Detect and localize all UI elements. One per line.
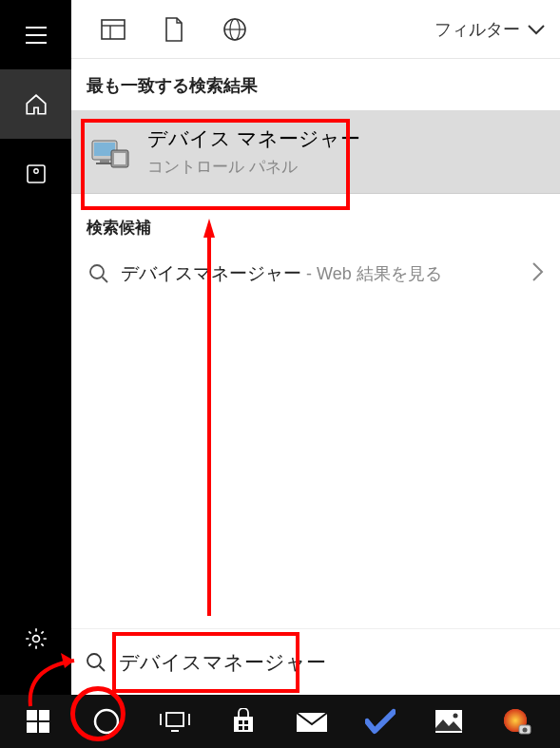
svg-point-2 — [32, 635, 39, 642]
suggestion-title: デバイスマネージャー — [121, 263, 301, 283]
mail-button[interactable] — [278, 695, 346, 748]
hamburger-menu-button[interactable] — [0, 0, 71, 69]
search-toolbar: フィルター — [71, 0, 560, 59]
web-icon — [222, 17, 247, 42]
taskbar — [0, 695, 560, 748]
svg-point-38 — [523, 728, 528, 733]
search-box[interactable] — [71, 628, 560, 695]
web-tab[interactable] — [204, 0, 265, 59]
svg-point-34 — [454, 714, 458, 719]
search-input[interactable] — [111, 645, 550, 680]
chevron-down-icon — [528, 24, 545, 35]
store-button[interactable] — [209, 695, 278, 748]
gear-icon — [24, 626, 48, 651]
svg-rect-21 — [39, 710, 49, 720]
home-button[interactable] — [0, 69, 71, 139]
svg-line-17 — [103, 278, 108, 283]
svg-rect-29 — [239, 720, 242, 724]
photos-button[interactable] — [415, 695, 483, 748]
search-icon — [81, 652, 111, 673]
svg-rect-30 — [244, 720, 248, 724]
best-match-title: デバイス マネージャー — [147, 125, 360, 152]
todo-button[interactable] — [346, 695, 415, 748]
search-icon — [88, 263, 121, 284]
taskview-icon — [160, 710, 190, 733]
svg-rect-13 — [96, 163, 113, 164]
filter-button[interactable]: フィルター — [431, 10, 549, 48]
svg-rect-22 — [27, 722, 37, 733]
start-button[interactable] — [4, 695, 72, 748]
svg-point-24 — [95, 710, 118, 733]
svg-point-1 — [33, 168, 37, 172]
svg-rect-4 — [102, 20, 125, 39]
recent-icon — [25, 163, 48, 185]
device-manager-icon — [90, 131, 132, 173]
web-suggestion-item[interactable]: デバイスマネージャー - Web 結果を見る — [71, 248, 560, 299]
search-results-pane: フィルター 最も一致する検索結果 デバイス マネージャー コントロール パネル — [71, 0, 560, 748]
svg-rect-32 — [244, 726, 248, 730]
settings-button[interactable] — [0, 604, 71, 673]
camera-icon — [502, 708, 532, 735]
mail-icon — [296, 709, 328, 734]
start-icon — [26, 709, 50, 734]
best-match-subtitle: コントロール パネル — [147, 156, 360, 178]
svg-point-16 — [90, 265, 104, 278]
svg-rect-23 — [39, 722, 49, 733]
svg-rect-25 — [166, 713, 183, 726]
svg-line-19 — [100, 665, 106, 671]
suggestions-header: 検索候補 — [71, 194, 560, 248]
documents-tab[interactable] — [144, 0, 204, 59]
todo-icon — [365, 708, 396, 735]
svg-rect-15 — [114, 153, 126, 164]
camera-button[interactable] — [483, 695, 551, 748]
document-icon — [164, 17, 183, 42]
store-icon — [230, 708, 257, 735]
taskview-button[interactable] — [141, 695, 209, 748]
apps-icon — [101, 19, 126, 40]
suggestion-subtitle: - Web 結果を見る — [301, 264, 442, 283]
cortana-sidebar — [0, 0, 71, 748]
recent-button[interactable] — [0, 139, 71, 208]
svg-rect-31 — [239, 726, 242, 730]
chevron-right-icon — [531, 261, 545, 286]
apps-tab[interactable] — [83, 0, 144, 59]
best-match-result[interactable]: デバイス マネージャー コントロール パネル — [71, 110, 560, 194]
svg-rect-12 — [100, 160, 109, 163]
home-icon — [24, 92, 48, 117]
filter-label: フィルター — [434, 18, 520, 41]
hamburger-icon — [26, 27, 47, 44]
svg-rect-0 — [28, 165, 45, 182]
best-match-header: 最も一致する検索結果 — [71, 59, 560, 110]
svg-point-18 — [87, 654, 101, 667]
cortana-icon — [92, 707, 121, 736]
svg-rect-20 — [27, 710, 37, 720]
photos-icon — [434, 709, 463, 734]
cortana-button[interactable] — [72, 695, 141, 748]
